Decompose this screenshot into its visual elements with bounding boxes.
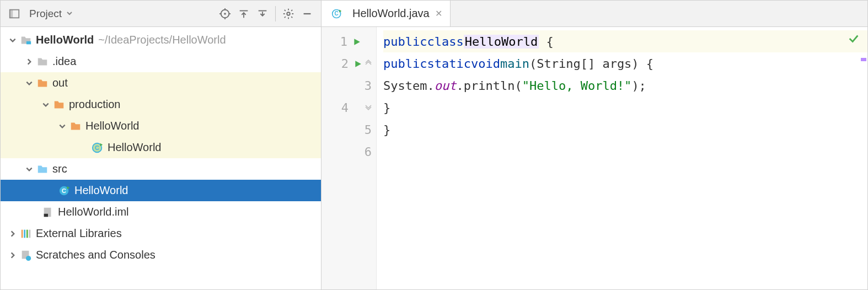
code-editor[interactable]: 1 2 3 4 5 6 public cla	[322, 27, 867, 289]
editor-tabs: C HelloWorld.java ✕	[322, 1, 867, 27]
folder-icon	[69, 120, 82, 133]
library-icon	[19, 227, 33, 240]
fold-icon[interactable]	[365, 59, 372, 68]
tree-root[interactable]: HelloWorld ~/IdeaProjects/HelloWorld	[1, 29, 321, 51]
svg-rect-22	[22, 229, 23, 238]
tree-src-folder[interactable]: src	[1, 158, 321, 180]
project-toolbar: Project	[1, 1, 321, 27]
svg-point-12	[287, 12, 290, 15]
tree-label: Scratches and Consoles	[36, 249, 156, 261]
tree-hw-class-file[interactable]: C HelloWorld	[1, 137, 321, 158]
svg-rect-25	[29, 229, 31, 238]
tree-scratches[interactable]: Scratches and Consoles	[1, 244, 321, 266]
iml-file-icon	[41, 206, 55, 219]
tab-label: HelloWorld.java	[352, 7, 430, 20]
tree-path: ~/IdeaProjects/HelloWorld	[98, 34, 226, 46]
checkmark-icon[interactable]	[848, 33, 860, 47]
svg-rect-21	[44, 213, 48, 217]
code-line: public static void main(String[] args) {	[383, 52, 867, 74]
folder-icon	[36, 77, 49, 90]
line-number: 4	[335, 101, 349, 115]
svg-point-3	[224, 13, 226, 15]
tree-label: HelloWorld	[36, 34, 94, 46]
code-line: System.out.println("Hello, World!");	[383, 74, 867, 96]
tree-hw-out-folder[interactable]: HelloWorld	[1, 115, 321, 137]
tree-label: src	[52, 163, 67, 175]
editor-gutter: 1 2 3 4 5 6	[322, 27, 377, 289]
chevron-down-icon	[66, 8, 73, 19]
chevron-down-icon	[7, 36, 18, 44]
tree-label: HelloWorld	[85, 120, 139, 132]
chevron-down-icon	[24, 165, 35, 173]
line-number: 6	[358, 145, 372, 159]
svg-text:C: C	[95, 144, 99, 151]
project-view-icon[interactable]	[5, 4, 24, 23]
chevron-right-icon	[24, 58, 35, 66]
code-line: public class HelloWorld {	[383, 30, 867, 52]
svg-rect-14	[26, 41, 31, 44]
module-folder-icon	[19, 34, 33, 47]
svg-point-27	[26, 255, 31, 260]
line-number: 5	[358, 123, 372, 137]
svg-rect-1	[10, 9, 13, 18]
chevron-right-icon	[7, 251, 18, 259]
code-line	[383, 141, 867, 163]
tree-out-folder[interactable]: out	[1, 72, 321, 94]
error-stripe-marker[interactable]	[861, 58, 866, 61]
code-line: }	[383, 96, 867, 119]
close-icon[interactable]: ✕	[435, 8, 442, 19]
code-area[interactable]: public class HelloWorld { public static …	[377, 27, 867, 289]
line-number: 3	[358, 79, 372, 93]
svg-text:C: C	[62, 187, 66, 194]
tree-label: HelloWorld	[74, 184, 128, 197]
project-tree: HelloWorld ~/IdeaProjects/HelloWorld .id…	[1, 27, 321, 289]
expand-all-icon[interactable]	[234, 4, 253, 23]
run-icon[interactable]	[354, 57, 362, 71]
class-run-icon: C	[58, 184, 71, 197]
gear-icon[interactable]	[279, 4, 298, 23]
tree-label: HelloWorld.iml	[58, 206, 129, 218]
source-folder-icon	[36, 163, 49, 176]
fold-icon[interactable]	[365, 103, 372, 112]
class-run-icon: C	[330, 7, 344, 20]
tree-label: HelloWorld	[108, 141, 161, 154]
tree-label: External Libraries	[36, 227, 122, 240]
chevron-right-icon	[7, 230, 18, 238]
tree-hw-src-file[interactable]: C HelloWorld	[1, 180, 321, 201]
run-icon[interactable]	[353, 35, 361, 49]
class-run-icon: C	[91, 141, 104, 154]
svg-rect-23	[24, 229, 25, 238]
chevron-down-icon	[24, 79, 35, 87]
tree-label: production	[69, 98, 120, 111]
tree-label: .idea	[52, 55, 76, 68]
project-label: Project	[29, 8, 62, 20]
line-number: 2	[335, 57, 349, 71]
tree-label: out	[52, 77, 68, 89]
target-icon[interactable]	[216, 4, 234, 23]
project-dropdown[interactable]: Project	[26, 8, 73, 20]
scratches-icon	[19, 249, 33, 262]
tree-iml-file[interactable]: HelloWorld.iml	[1, 201, 321, 223]
line-number: 1	[334, 35, 347, 49]
folder-icon	[52, 98, 66, 111]
chevron-down-icon	[40, 101, 51, 109]
chevron-down-icon	[57, 122, 68, 130]
tree-idea-folder[interactable]: .idea	[1, 51, 321, 72]
folder-icon	[36, 55, 49, 68]
svg-text:C: C	[335, 10, 339, 17]
minimize-icon[interactable]	[298, 4, 317, 23]
tree-production-folder[interactable]: production	[1, 94, 321, 115]
code-line: }	[383, 119, 867, 141]
tree-external-libs[interactable]: External Libraries	[1, 223, 321, 244]
tab-helloworld[interactable]: C HelloWorld.java ✕	[322, 1, 451, 26]
collapse-all-icon[interactable]	[253, 4, 272, 23]
svg-rect-24	[26, 229, 28, 238]
